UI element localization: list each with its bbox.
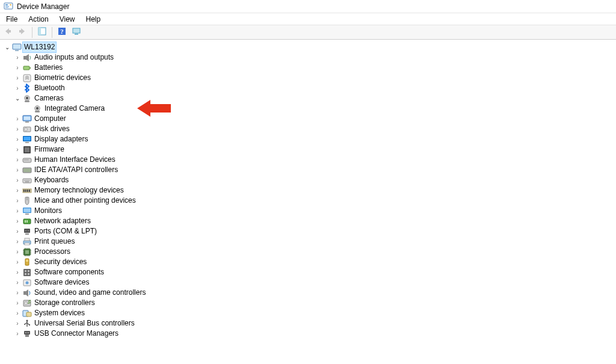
expand-icon[interactable]: › — [14, 259, 21, 266]
expand-icon[interactable]: › — [14, 126, 21, 133]
tree-item[interactable]: ›Monitors — [2, 206, 616, 216]
tree-item[interactable]: ›Keyboards — [2, 175, 616, 185]
tree-item-label: Network adapters — [33, 216, 92, 226]
expand-icon[interactable]: › — [14, 218, 21, 225]
disk-icon — [22, 125, 32, 134]
tree-item[interactable]: ›Display adapters — [2, 134, 616, 144]
toolbar: ? — [0, 25, 616, 40]
tree-item-label: Audio inputs and outputs — [33, 52, 115, 63]
audio-icon — [22, 53, 32, 63]
network-icon — [22, 217, 32, 226]
device-tree[interactable]: ⌄WL13192›Audio inputs and outputs›Batter… — [0, 40, 616, 339]
tree-item-label: Firmware — [33, 144, 66, 155]
expand-icon[interactable]: › — [14, 228, 21, 235]
expand-icon[interactable]: › — [14, 85, 21, 92]
expand-icon[interactable]: › — [14, 248, 21, 256]
help-button[interactable]: ? — [55, 26, 69, 39]
tree-item-label: Software devices — [33, 277, 90, 288]
tree-item[interactable]: ⌄WL13192 — [2, 42, 616, 52]
tree-item[interactable]: ›Computer — [2, 114, 616, 124]
tree-item[interactable]: ›Disk drives — [2, 124, 616, 134]
tree-item[interactable]: ›Mice and other pointing devices — [2, 196, 616, 206]
tree-item-label: System devices — [33, 308, 86, 318]
tree-item[interactable]: ›Print queues — [2, 236, 616, 247]
menu-help[interactable]: Help — [81, 14, 106, 25]
expand-icon[interactable]: › — [14, 146, 21, 153]
expand-icon[interactable]: › — [14, 300, 21, 307]
tree-item[interactable]: ⌄Cameras — [2, 93, 616, 103]
tree-item-label: Sound, video and game controllers — [33, 288, 147, 298]
tree-item[interactable]: ›Processors — [2, 247, 616, 257]
collapse-icon[interactable]: ⌄ — [14, 95, 21, 102]
expand-icon[interactable]: › — [14, 156, 21, 164]
tree-item[interactable]: ›IDE ATA/ATAPI controllers — [2, 165, 616, 175]
system-icon — [22, 309, 32, 318]
show-hide-tree-button[interactable] — [35, 26, 49, 39]
tree-item[interactable]: ›System devices — [2, 308, 616, 318]
forward-button[interactable] — [16, 26, 29, 39]
menu-view[interactable]: View — [55, 14, 80, 25]
tree-item[interactable]: ›Human Interface Devices — [2, 155, 616, 165]
tree-item[interactable]: ›Software devices — [2, 277, 616, 288]
collapse-icon[interactable]: ⌄ — [4, 44, 11, 51]
expand-icon[interactable]: › — [14, 177, 21, 184]
tree-item[interactable]: ›Sound, video and game controllers — [2, 288, 616, 298]
security-icon — [22, 258, 32, 267]
svg-rect-9 — [73, 28, 80, 33]
tree-item-label: WL13192 — [23, 42, 56, 52]
tree-item[interactable]: ›Audio inputs and outputs — [2, 52, 616, 63]
svg-text:?: ? — [60, 28, 64, 35]
menu-action[interactable]: Action — [23, 14, 53, 25]
expand-icon[interactable]: › — [14, 116, 21, 123]
swcomp-icon — [22, 268, 32, 277]
tree-item[interactable]: ›Security devices — [2, 257, 616, 267]
tree-item-label: Disk drives — [33, 124, 71, 134]
svg-rect-2 — [5, 6, 9, 7]
back-button[interactable] — [1, 26, 14, 39]
tree-item[interactable]: ›Biometric devices — [2, 73, 616, 83]
expand-icon[interactable]: › — [14, 136, 21, 143]
tree-item-label: Biometric devices — [33, 73, 92, 83]
tree-item[interactable]: ›Batteries — [2, 63, 616, 73]
pc-icon — [12, 43, 22, 52]
tree-item[interactable]: ›USB Connector Managers — [2, 329, 616, 339]
expand-icon[interactable]: › — [14, 238, 21, 245]
tree-item[interactable]: ›Network adapters — [2, 216, 616, 226]
biometric-icon — [22, 73, 32, 83]
bluetooth-icon — [22, 84, 32, 93]
expand-icon[interactable]: › — [14, 269, 21, 276]
computer-scan-button[interactable] — [70, 26, 83, 39]
monitor-icon — [22, 206, 32, 216]
expand-icon[interactable]: › — [14, 75, 21, 82]
tree-item[interactable]: ›Ports (COM & LPT) — [2, 226, 616, 236]
expand-icon[interactable]: › — [14, 289, 21, 297]
expand-icon[interactable]: › — [14, 320, 21, 327]
tree-item[interactable]: ›Software components — [2, 267, 616, 277]
port-icon — [22, 227, 32, 236]
ide-icon — [22, 165, 32, 175]
expand-icon[interactable]: › — [14, 54, 21, 61]
expand-icon[interactable]: › — [14, 197, 21, 205]
tree-item-label: Bluetooth — [33, 83, 66, 93]
menu-file[interactable]: File — [1, 14, 22, 25]
expand-icon[interactable]: › — [14, 64, 21, 72]
expand-icon[interactable]: › — [14, 279, 21, 286]
expand-icon[interactable]: › — [14, 208, 21, 215]
tree-item[interactable]: ›Memory technology devices — [2, 185, 616, 196]
expand-icon[interactable]: › — [14, 310, 21, 317]
tree-item[interactable]: ›Firmware — [2, 144, 616, 155]
tree-item[interactable]: ›Storage controllers — [2, 298, 616, 308]
tree-item[interactable]: ›Bluetooth — [2, 83, 616, 93]
device-manager-icon — [4, 2, 13, 11]
camera-icon — [22, 94, 32, 103]
tree-item-label: Security devices — [33, 257, 88, 267]
tree-pane-icon — [38, 27, 46, 37]
expand-icon[interactable]: › — [14, 187, 21, 194]
toolbar-separator — [32, 27, 32, 38]
expand-icon[interactable]: › — [14, 330, 21, 338]
svg-rect-6 — [38, 28, 41, 35]
tree-item[interactable]: ›Universal Serial Bus controllers — [2, 318, 616, 329]
expand-icon[interactable]: › — [14, 167, 21, 174]
hid-icon — [22, 155, 32, 165]
tree-item[interactable]: ›Integrated Camera — [2, 103, 616, 114]
